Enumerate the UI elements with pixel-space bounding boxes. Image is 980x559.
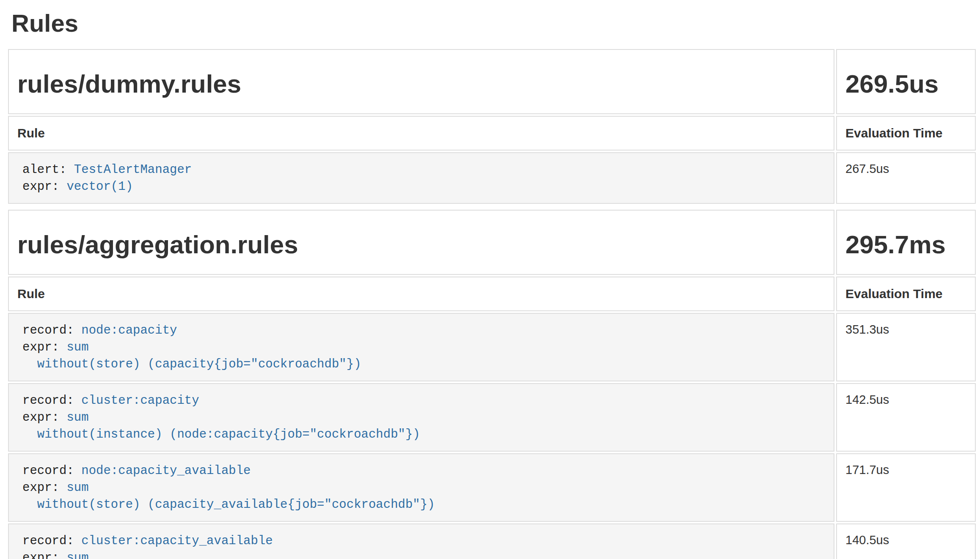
- rule-row: record: node:capacity_available expr: su…: [8, 453, 976, 522]
- rule-eval-time: 267.5us: [836, 152, 976, 204]
- eval-time-column-header: Evaluation Time: [836, 116, 976, 151]
- rule-column-header: Rule: [8, 116, 834, 151]
- column-header-row: Rule Evaluation Time: [8, 116, 976, 151]
- rule-row: record: node:capacity expr: sum without(…: [8, 313, 976, 381]
- rule-row: record: cluster:capacity expr: sum witho…: [8, 383, 976, 452]
- group-eval-time: 295.7ms: [845, 230, 966, 260]
- rule-cell: alert: TestAlertManager expr: vector(1): [8, 152, 834, 204]
- group-eval-time: 269.5us: [845, 69, 966, 99]
- rule-group-table: rules/aggregation.rules 295.7ms Rule Eva…: [6, 208, 977, 559]
- column-header-row: Rule Evaluation Time: [8, 277, 976, 311]
- rule-row: record: cluster:capacity_available expr:…: [8, 523, 976, 559]
- rule-eval-time: 351.3us: [836, 313, 976, 381]
- rule-code: record: cluster:capacity expr: sum witho…: [9, 384, 834, 451]
- group-header-row: rules/dummy.rules 269.5us: [8, 49, 976, 114]
- rule-code: record: cluster:capacity_available expr:…: [9, 524, 834, 559]
- rule-cell: record: node:capacity expr: sum without(…: [8, 313, 834, 381]
- group-name-cell: rules/dummy.rules: [8, 49, 834, 114]
- group-eval-time-cell: 269.5us: [836, 49, 976, 114]
- group-header-row: rules/aggregation.rules 295.7ms: [8, 210, 976, 275]
- rule-expression-link[interactable]: cluster:capacity: [81, 394, 199, 408]
- rule-expression-link[interactable]: node:capacity_available: [81, 464, 251, 478]
- rule-expression-link[interactable]: sum without(store) (capacity{job="cockro…: [22, 340, 361, 371]
- rule-code: record: node:capacity_available expr: su…: [9, 454, 834, 521]
- rule-expression-link[interactable]: sum without(instance) (node:capacity_ava…: [22, 551, 494, 559]
- group-name-cell: rules/aggregation.rules: [8, 210, 834, 275]
- rule-expression-link[interactable]: TestAlertManager: [74, 163, 192, 177]
- rule-groups-list: rules/dummy.rules 269.5us Rule Evaluatio…: [6, 47, 977, 559]
- rule-expression-link[interactable]: node:capacity: [81, 323, 177, 337]
- group-name: rules/aggregation.rules: [17, 230, 825, 260]
- rule-row: alert: TestAlertManager expr: vector(1) …: [8, 152, 976, 204]
- rule-expression-link[interactable]: vector(1): [66, 180, 133, 194]
- rule-expression-link[interactable]: cluster:capacity_available: [81, 534, 273, 548]
- rule-eval-time: 171.7us: [836, 453, 976, 522]
- rule-cell: record: node:capacity_available expr: su…: [8, 453, 834, 522]
- rules-page: Rules rules/dummy.rules 269.5us Rule Eva…: [0, 9, 980, 559]
- rule-code: alert: TestAlertManager expr: vector(1): [9, 153, 834, 203]
- page-title: Rules: [11, 9, 977, 37]
- rule-expression-link[interactable]: sum without(store) (capacity_available{j…: [22, 481, 435, 512]
- group-name: rules/dummy.rules: [17, 69, 825, 99]
- rule-code: record: node:capacity expr: sum without(…: [9, 314, 834, 381]
- rule-eval-time: 142.5us: [836, 383, 976, 452]
- group-eval-time-cell: 295.7ms: [836, 210, 976, 275]
- rule-group-table: rules/dummy.rules 269.5us Rule Evaluatio…: [6, 47, 977, 206]
- rule-column-header: Rule: [8, 277, 834, 311]
- rule-cell: record: cluster:capacity_available expr:…: [8, 523, 834, 559]
- rule-eval-time: 140.5us: [836, 523, 976, 559]
- rule-expression-link[interactable]: sum without(instance) (node:capacity{job…: [22, 411, 420, 441]
- rule-cell: record: cluster:capacity expr: sum witho…: [8, 383, 834, 452]
- eval-time-column-header: Evaluation Time: [836, 277, 976, 311]
